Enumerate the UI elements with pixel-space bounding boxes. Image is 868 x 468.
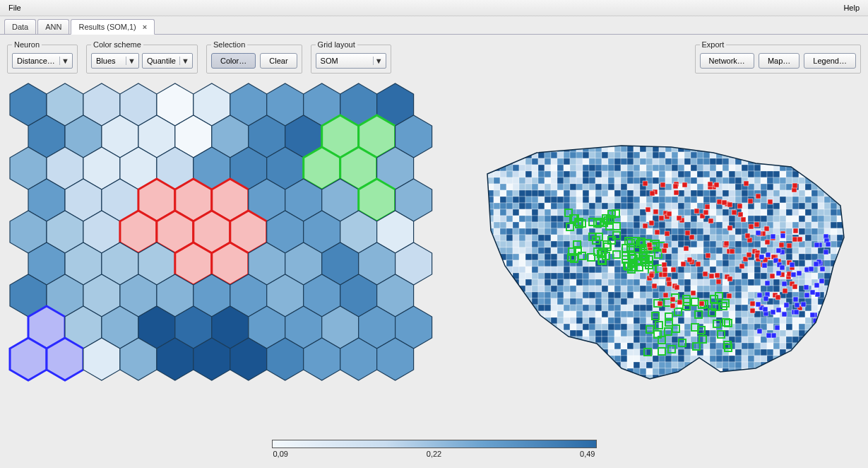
svg-rect-2415: [826, 242, 831, 247]
svg-rect-768: [659, 228, 665, 235]
svg-rect-2064: [564, 375, 570, 381]
svg-rect-1822: [837, 343, 843, 349]
clear-button[interactable]: Clear: [260, 53, 297, 69]
svg-rect-1180: [742, 273, 748, 279]
svg-rect-182: [557, 165, 564, 171]
menu-help[interactable]: Help: [839, 2, 864, 13]
svg-rect-2356: [694, 209, 699, 213]
svg-rect-1498: [589, 311, 595, 317]
palette-select[interactable]: Blues ▼: [91, 53, 139, 69]
svg-rect-1949: [557, 362, 564, 368]
svg-rect-392: [805, 184, 811, 190]
svg-rect-2042: [786, 368, 792, 375]
svg-rect-2067: [583, 375, 589, 381]
svg-rect-263: [710, 171, 716, 177]
menu-file[interactable]: File: [4, 2, 25, 13]
export-network-button[interactable]: Network…: [700, 53, 754, 69]
svg-rect-2290: [646, 207, 650, 212]
svg-rect-1257: [506, 286, 513, 292]
export-legend-button[interactable]: Legend…: [804, 53, 856, 69]
svg-rect-773: [691, 228, 697, 235]
svg-rect-1837: [570, 349, 576, 356]
som-hex-grid[interactable]: [7, 82, 448, 435]
svg-rect-410: [557, 190, 564, 197]
svg-rect-1976: [729, 362, 735, 368]
svg-rect-1274: [614, 286, 621, 292]
color-button[interactable]: Color…: [211, 53, 256, 69]
svg-rect-2075: [634, 375, 640, 381]
svg-rect-2049: [831, 368, 837, 375]
tab-ann[interactable]: ANN: [37, 19, 69, 34]
svg-rect-634: [532, 216, 538, 222]
scale-select[interactable]: Quantile ▼: [142, 53, 193, 69]
svg-rect-2082: [678, 375, 684, 381]
svg-rect-2098: [780, 375, 786, 381]
svg-rect-1287: [697, 286, 703, 292]
us-county-map[interactable]: [456, 82, 858, 435]
svg-rect-530: [595, 203, 602, 209]
svg-rect-361: [608, 184, 614, 190]
svg-rect-812: [576, 235, 583, 241]
svg-rect-2252: [727, 276, 732, 281]
svg-rect-374: [691, 184, 697, 190]
svg-rect-1279: [646, 286, 653, 292]
svg-rect-504: [792, 197, 799, 203]
svg-rect-2004: [545, 368, 551, 375]
svg-rect-1764: [831, 337, 837, 343]
tab-results[interactable]: Results (SOM,1) ×: [71, 19, 155, 35]
svg-rect-363: [621, 184, 627, 190]
svg-rect-2084: [691, 375, 697, 381]
svg-rect-2322: [681, 262, 686, 267]
svg-rect-1220: [634, 279, 640, 286]
svg-rect-1650: [831, 324, 837, 330]
chevron-down-icon: ▼: [59, 57, 71, 65]
close-icon[interactable]: ×: [143, 23, 147, 31]
tab-data[interactable]: Data: [4, 19, 36, 34]
svg-rect-606: [716, 209, 723, 216]
svg-rect-188: [595, 165, 602, 171]
svg-rect-2310: [709, 274, 714, 279]
svg-rect-2097: [773, 375, 780, 381]
svg-rect-140: [653, 158, 659, 165]
svg-rect-825: [659, 235, 665, 241]
svg-rect-1556: [595, 317, 602, 324]
svg-rect-423: [640, 190, 646, 197]
svg-rect-1418: [805, 298, 811, 305]
svg-rect-679: [818, 216, 824, 222]
hex-cell[interactable]: [10, 338, 47, 380]
svg-rect-2071: [608, 375, 614, 381]
svg-rect-303: [602, 177, 608, 184]
svg-rect-446: [786, 190, 792, 197]
svg-rect-1986: [792, 362, 799, 368]
svg-rect-745: [513, 228, 519, 235]
svg-rect-1544: [519, 317, 525, 324]
svg-rect-1445: [614, 305, 621, 311]
svg-rect-959: [786, 247, 792, 254]
svg-rect-671: [767, 216, 773, 222]
svg-rect-795: [831, 228, 837, 235]
svg-rect-212: [748, 165, 754, 171]
svg-rect-305: [614, 177, 621, 184]
svg-rect-2257: [754, 222, 759, 227]
hex-cell[interactable]: [47, 338, 83, 380]
svg-rect-615: [773, 209, 780, 216]
svg-rect-1583: [767, 317, 773, 324]
svg-rect-777: [716, 228, 723, 235]
svg-rect-1292: [729, 286, 735, 292]
svg-rect-2090: [729, 375, 735, 381]
svg-rect-2052: [487, 375, 494, 381]
svg-rect-1239: [754, 279, 761, 286]
svg-rect-266: [729, 171, 735, 177]
svg-rect-1148: [538, 273, 545, 279]
svg-rect-124: [551, 158, 557, 165]
svg-rect-501: [773, 197, 780, 203]
svg-rect-621: [811, 209, 818, 216]
neuron-select[interactable]: Distance… ▼: [12, 53, 73, 69]
svg-rect-1208: [557, 279, 564, 286]
svg-rect-233: [519, 171, 525, 177]
grid-layout-select[interactable]: SOM ▼: [316, 53, 386, 69]
svg-rect-2390: [795, 303, 799, 308]
export-map-button[interactable]: Map…: [759, 53, 799, 69]
svg-rect-1149: [545, 273, 551, 279]
svg-rect-1964: [653, 362, 659, 368]
